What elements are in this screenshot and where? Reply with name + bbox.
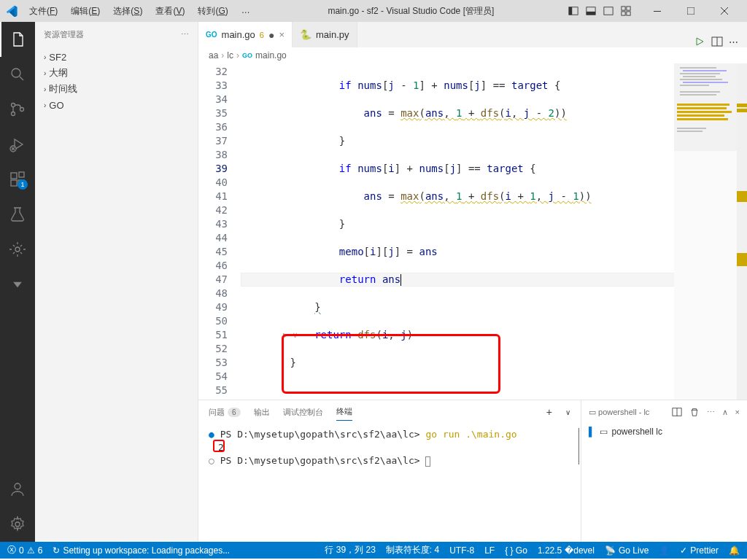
code-editor[interactable]: 3233343536373839404142434445464748495051… xyxy=(198,63,747,400)
status-go-live[interactable]: 📡 Go Live xyxy=(605,545,649,556)
panel-tab-problems[interactable]: 问题6 xyxy=(209,404,241,421)
status-copilot-icon[interactable]: 👤 xyxy=(659,545,670,556)
sidebar-section-sf2[interactable]: ›SF2 xyxy=(35,49,198,65)
editor-actions: ⋯ xyxy=(694,36,747,47)
svg-point-24 xyxy=(15,247,20,252)
code-lens[interactable]: ▶ ∨ xyxy=(283,328,298,342)
status-cursor-position[interactable]: 行 39，列 23 xyxy=(325,544,375,556)
breadcrumb-part[interactable]: main.go xyxy=(255,50,287,61)
svg-point-16 xyxy=(12,112,15,116)
svg-rect-5 xyxy=(622,7,625,10)
menu-file[interactable]: 文件(F) xyxy=(23,2,63,20)
status-notifications-icon[interactable]: 🔔 xyxy=(729,545,740,556)
scrollbar[interactable] xyxy=(737,63,747,400)
menu-edit[interactable]: 编辑(E) xyxy=(65,2,106,20)
extensions-badge: 1 xyxy=(18,179,28,190)
svg-point-13 xyxy=(12,69,20,77)
terminal-side-panel: ▭ powershell - lc ⋯ ∧ × ▌ ▭ powershell l… xyxy=(581,400,747,542)
more-icon[interactable]: ⋯ xyxy=(729,36,738,47)
chevron-down-icon[interactable] xyxy=(0,267,35,302)
code-content[interactable]: if nums[j - 1] + nums[j] == target { ans… xyxy=(241,63,747,400)
more-icon[interactable]: ⋯ xyxy=(707,408,715,417)
terminal-group-label[interactable]: ▭ powershell - lc xyxy=(589,408,665,417)
status-encoding[interactable]: UTF-8 xyxy=(449,545,474,556)
status-errors-warnings[interactable]: ⓧ0 ⚠6 xyxy=(7,544,42,556)
terminal-cursor xyxy=(425,456,430,467)
status-go-version[interactable]: 1.22.5 �devel xyxy=(538,545,595,556)
testing-icon[interactable] xyxy=(0,197,35,232)
panel-tab-terminal[interactable]: 终端 xyxy=(336,403,352,421)
customize-layout-icon[interactable] xyxy=(619,4,633,18)
activity-bar: 1 xyxy=(0,22,35,542)
vscode-icon xyxy=(6,5,18,17)
terminal-list-item[interactable]: ▌ ▭ powershell lc xyxy=(581,424,747,440)
svg-marker-28 xyxy=(697,38,703,45)
split-terminal-icon[interactable] xyxy=(672,407,682,417)
editor-area: GO main.go 6 ● × 🐍 main.py ⋯ aa › lc xyxy=(198,22,747,542)
sidebar-section-timeline[interactable]: ›时间线 xyxy=(35,81,198,97)
layout-panel-icon[interactable] xyxy=(584,4,598,18)
title-bar: 文件(F) 编辑(E) 选择(S) 查看(V) 转到(G) … main.go … xyxy=(0,0,747,22)
svg-rect-21 xyxy=(11,180,17,186)
new-terminal-icon[interactable]: + xyxy=(546,406,552,418)
panel-tab-output[interactable]: 输出 xyxy=(254,404,270,421)
kill-terminal-icon[interactable] xyxy=(689,407,700,417)
terminal-dropdown-icon[interactable]: ∨ xyxy=(565,408,570,416)
status-prettier[interactable]: ✓ Prettier xyxy=(680,545,719,556)
status-eol[interactable]: LF xyxy=(484,545,495,556)
svg-point-27 xyxy=(15,522,20,526)
svg-rect-47 xyxy=(674,63,747,151)
tab-label: main.py xyxy=(316,29,349,40)
tab-label: main.go xyxy=(222,29,255,40)
settings-icon[interactable] xyxy=(0,507,35,542)
text-cursor xyxy=(400,274,401,287)
status-indentation[interactable]: 制表符长度: 4 xyxy=(386,544,439,556)
menu-selection[interactable]: 选择(S) xyxy=(107,2,148,20)
debug-icon[interactable] xyxy=(0,127,35,162)
svg-line-14 xyxy=(20,77,23,80)
sidebar-more-icon[interactable]: ⋯ xyxy=(181,30,189,39)
status-language[interactable]: { } Go xyxy=(505,545,527,556)
menu-more[interactable]: … xyxy=(236,2,256,20)
terminal[interactable]: ● PS D:\mysetup\gopath\src\sf2\aa\lc> go… xyxy=(198,424,581,472)
search-icon[interactable] xyxy=(0,57,35,92)
panel-tab-debug[interactable]: 调试控制台 xyxy=(283,404,323,421)
maximize-panel-icon[interactable]: ∧ xyxy=(722,408,728,417)
run-icon[interactable] xyxy=(694,36,705,47)
menu-bar: 文件(F) 编辑(E) 选择(S) 查看(V) 转到(G) … xyxy=(23,2,256,20)
close-icon[interactable]: × xyxy=(279,29,285,40)
tab-main-go[interactable]: GO main.go 6 ● × xyxy=(198,22,293,47)
sidebar: 资源管理器 ⋯ ›SF2 ›大纲 ›时间线 ›GO xyxy=(35,22,198,542)
explorer-icon[interactable] xyxy=(0,22,35,57)
breadcrumbs[interactable]: aa › lc › GO main.go xyxy=(198,47,747,63)
layout-sidebar-left-icon[interactable] xyxy=(566,4,581,18)
tab-main-py[interactable]: 🐍 main.py xyxy=(293,22,357,47)
tab-problems-count: 6 xyxy=(260,31,264,39)
breadcrumb-part[interactable]: lc xyxy=(227,50,233,61)
go-file-icon: GO xyxy=(206,31,217,39)
sidebar-section-go[interactable]: ›GO xyxy=(35,97,198,113)
source-control-icon[interactable] xyxy=(0,92,35,127)
svg-rect-4 xyxy=(604,7,613,15)
split-editor-icon[interactable] xyxy=(711,36,723,47)
status-loading[interactable]: ↻Setting up workspace: Loading packages.… xyxy=(53,545,230,556)
minimize-button[interactable] xyxy=(640,0,674,22)
accounts-icon[interactable] xyxy=(0,472,35,507)
terminal-scroll-indicator xyxy=(578,428,579,464)
svg-rect-3 xyxy=(587,12,595,15)
terminal-output: 2 xyxy=(218,442,224,453)
minimap[interactable] xyxy=(674,63,747,400)
svg-rect-8 xyxy=(627,12,630,15)
close-panel-icon[interactable]: × xyxy=(735,408,740,416)
layout-sidebar-right-icon[interactable] xyxy=(601,4,616,18)
extensions-icon[interactable]: 1 xyxy=(0,162,35,197)
maximize-button[interactable] xyxy=(674,0,708,22)
remote-icon[interactable] xyxy=(0,232,35,267)
python-file-icon: 🐍 xyxy=(300,29,311,40)
menu-view[interactable]: 查看(V) xyxy=(150,2,190,20)
close-button[interactable] xyxy=(708,0,741,22)
breadcrumb-part[interactable]: aa xyxy=(209,50,218,61)
svg-marker-25 xyxy=(13,282,22,288)
menu-go[interactable]: 转到(G) xyxy=(192,2,233,20)
sidebar-section-outline[interactable]: ›大纲 xyxy=(35,65,198,81)
